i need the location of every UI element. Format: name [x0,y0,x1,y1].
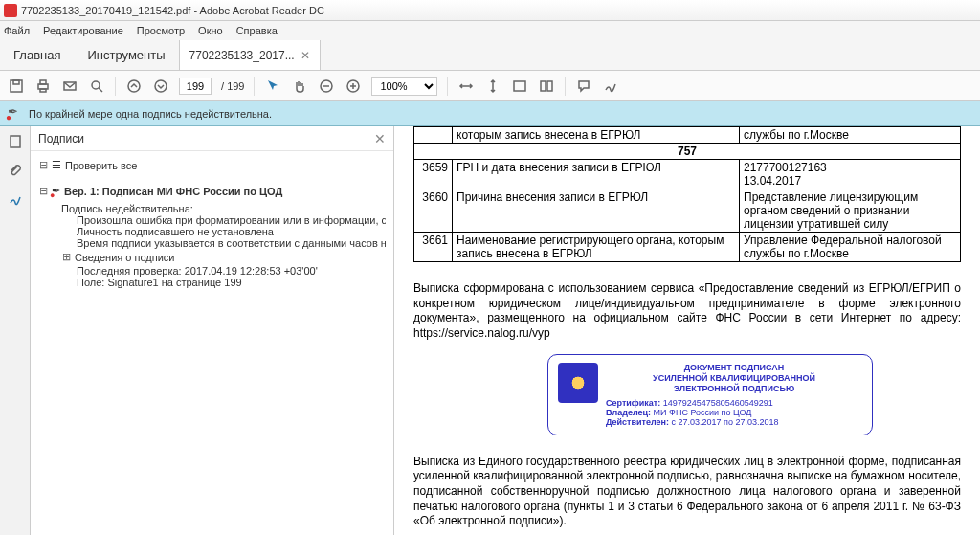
svg-rect-13 [547,81,552,91]
table-section-header: 757 [414,144,961,160]
zoom-out-icon[interactable] [318,78,335,95]
emblem-icon [558,363,598,403]
separator [565,77,566,96]
signatures-panel: Подписи ✕ ⊟ ☰ Проверить все ⊟ ✒● Вер. 1:… [31,126,394,535]
svg-rect-12 [541,81,546,91]
sig-status: Подпись недействительна: [38,199,386,214]
menu-bar: Файл Редактирование Просмотр Окно Справк… [0,21,980,40]
signature-banner: По крайней мере одна подпись недействите… [0,101,980,126]
paragraph-legal: Выписка из Единого государственного реес… [413,455,961,529]
table-row: которым запись внесена в ЕГРЮЛ службы по… [414,127,961,144]
paragraph-service: Выписка сформирована с использованием се… [413,281,961,341]
sig-detail-time: Время подписи указывается в соответствии… [38,237,386,249]
document-viewport[interactable]: которым запись внесена в ЕГРЮЛ службы по… [394,126,980,535]
read-mode-icon[interactable] [511,78,528,95]
search-icon[interactable] [88,78,105,95]
sig-detail-identity: Личность подписавшего не установлена [38,226,386,237]
mail-icon[interactable] [61,78,78,95]
window-title: 7702235133_20170419_121542.pdf - Adobe A… [21,5,324,16]
collapse-icon[interactable]: ⊟ [38,159,48,171]
tab-bar: Главная Инструменты 7702235133_2017... ✕ [0,40,980,71]
signatures-icon[interactable] [6,189,25,209]
table-row: 3660 Причина внесения записи в ЕГРЮЛ Пре… [414,189,961,233]
close-panel-icon[interactable]: ✕ [374,131,386,146]
menu-view[interactable]: Просмотр [137,25,185,36]
svg-point-6 [92,81,100,89]
svg-rect-11 [514,81,525,91]
close-icon[interactable]: ✕ [301,49,310,62]
check-all-label: Проверить все [65,160,137,171]
title-bar: 7702235133_20170419_121542.pdf - Adobe A… [0,0,980,21]
zoom-select[interactable]: 100% [371,77,437,96]
svg-rect-4 [40,89,46,92]
svg-rect-14 [11,136,20,147]
app-icon [4,4,17,17]
svg-point-8 [155,80,167,92]
sig-details-label: Сведения о подписи [75,252,174,263]
signature-rev-label: Вер. 1: Подписан МИ ФНС России по ЦОД [64,186,282,197]
signature-stamp: ДОКУМЕНТ ПОДПИСАН УСИЛЕННОЙ КВАЛИФИЦИРОВ… [547,354,873,435]
sign-icon[interactable] [602,78,619,95]
pointer-icon[interactable] [264,78,281,95]
svg-rect-0 [11,80,22,92]
page-total: / 199 [221,80,244,92]
pdf-page: которым запись внесена в ЕГРЮЛ службы по… [394,126,980,535]
menu-edit[interactable]: Редактирование [43,25,123,36]
save-icon[interactable] [8,78,25,95]
tab-tools[interactable]: Инструменты [74,40,178,70]
menu-help[interactable]: Справка [236,25,278,36]
collapse-icon[interactable]: ⊟ [38,185,48,197]
comment-icon[interactable] [575,78,592,95]
tab-document-label: 7702235133_2017... [189,49,295,62]
signature-rev-row[interactable]: ⊟ ✒● Вер. 1: Подписан МИ ФНС России по Ц… [38,183,386,199]
invalid-signature-icon [8,106,23,122]
expand-icon[interactable]: ⊞ [61,251,71,263]
banner-text: По крайней мере одна подпись недействите… [29,108,272,120]
view-mode-icon[interactable] [538,78,555,95]
attachments-icon[interactable] [6,161,25,180]
page-down-icon[interactable] [152,78,169,95]
hand-icon[interactable] [291,78,308,95]
toolbar: / 199 100% [0,71,980,101]
sig-details-row[interactable]: ⊞ Сведения о подписи [38,249,386,265]
svg-rect-3 [40,80,46,84]
table-row: 3659 ГРН и дата внесения записи в ЕГРЮЛ … [414,160,961,189]
tab-document[interactable]: 7702235133_2017... ✕ [179,40,321,70]
menu-file[interactable]: Файл [4,25,30,36]
page-up-icon[interactable] [125,78,143,95]
fit-width-icon[interactable] [457,78,475,95]
print-icon[interactable] [34,78,52,95]
zoom-in-icon[interactable] [345,78,362,95]
page-number-input[interactable] [179,78,212,95]
fit-page-icon[interactable] [484,78,501,95]
check-all-row[interactable]: ⊟ ☰ Проверить все [38,157,386,173]
registry-table: которым запись внесена в ЕГРЮЛ службы по… [413,126,961,262]
sig-detail-error: Произошла ошибка при форматировании или … [38,214,386,226]
separator [254,77,255,96]
menu-window[interactable]: Окно [198,25,223,36]
signatures-panel-title: Подписи [38,132,84,145]
svg-rect-1 [13,80,19,84]
sig-last-check: Последняя проверка: 2017.04.19 12:28:53 … [38,265,386,277]
svg-point-7 [128,80,140,92]
stamp-title: ДОКУМЕНТ ПОДПИСАН УСИЛЕННОЙ КВАЛИФИЦИРОВ… [606,363,862,393]
left-rail [0,126,31,535]
separator [115,77,116,96]
tab-home[interactable]: Главная [0,40,74,70]
separator [447,77,448,96]
thumbnails-icon[interactable] [6,132,25,151]
table-row: 3661 Наименование регистрирующего органа… [414,233,961,262]
check-all-icon: ☰ [52,159,61,171]
sig-field: Поле: Signature1 на странице 199 [38,277,386,288]
pen-error-icon: ✒● [52,185,60,197]
